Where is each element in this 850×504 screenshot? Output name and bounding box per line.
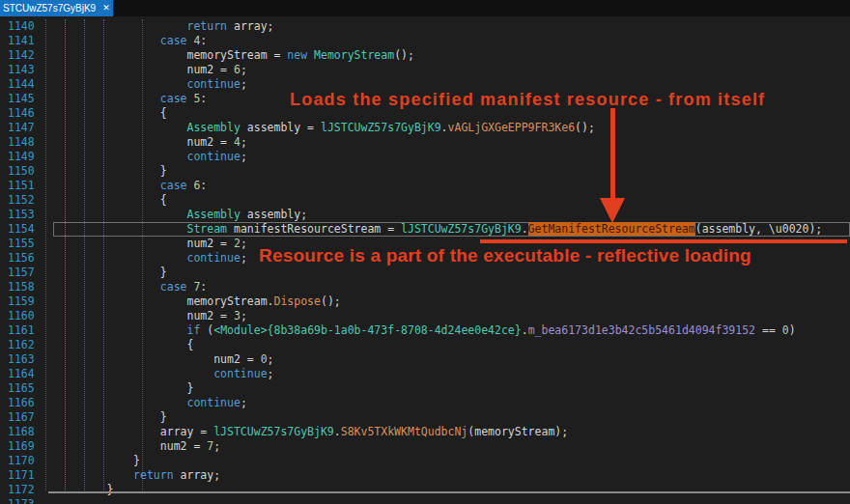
line-number: 1169 <box>0 439 53 454</box>
code-text: } <box>53 410 850 425</box>
code-line[interactable]: 1142 memoryStream = new MemoryStream(); <box>0 48 850 63</box>
code-text: case 6: <box>53 179 850 193</box>
code-text: } <box>53 266 850 280</box>
tab-close-icon[interactable]: ✕ <box>102 4 110 13</box>
code-text: Assembly assembly = lJSTCUwZ57s7GyBjK9.v… <box>53 121 850 135</box>
code-text: continue; <box>53 396 850 410</box>
code-line[interactable]: 1157 } <box>0 266 850 280</box>
line-number: 1164 <box>0 367 53 381</box>
tab-label: STCUwZ57s7GyBjK9 <box>3 3 96 14</box>
line-number: 1147 <box>0 121 53 135</box>
code-line[interactable]: 1165 } <box>0 381 850 396</box>
code-text: memoryStream.Dispose(); <box>53 294 850 309</box>
line-number: 1168 <box>0 425 53 439</box>
code-line[interactable]: 1160 num2 = 3; <box>0 309 850 323</box>
code-text: continue; <box>53 150 850 164</box>
code-text: } <box>53 483 850 497</box>
line-number: 1150 <box>0 164 53 179</box>
code-text: } <box>53 454 850 468</box>
code-line[interactable]: 1166 continue; <box>0 396 850 410</box>
code-text: num2 = 0; <box>53 352 850 367</box>
line-number: 1144 <box>0 77 53 92</box>
code-line[interactable]: 1162 { <box>0 338 850 352</box>
line-number: 1153 <box>0 208 53 222</box>
line-number: 1167 <box>0 410 53 425</box>
code-text: } <box>53 381 850 396</box>
code-line[interactable]: 1140 return array; <box>0 19 850 34</box>
line-number: 1156 <box>0 251 53 266</box>
code-text: { <box>53 193 850 208</box>
code-text: num2 = 3; <box>53 309 850 323</box>
line-number: 1170 <box>0 454 53 468</box>
annotation-note-reflective: Resource is a part of the executable - r… <box>259 245 751 266</box>
line-number: 1166 <box>0 396 53 410</box>
line-number: 1171 <box>0 468 53 483</box>
line-number: 1146 <box>0 106 53 121</box>
line-number: 1161 <box>0 323 53 338</box>
line-number: 1157 <box>0 266 53 280</box>
decompiler-window: STCUwZ57s7GyBjK9 ✕ 1140 return array;114… <box>0 0 850 504</box>
code-line[interactable]: 1173 <box>0 497 850 504</box>
tab-bar: STCUwZ57s7GyBjK9 ✕ <box>0 0 850 16</box>
line-number: 1158 <box>0 280 53 294</box>
annotation-underline <box>480 239 847 243</box>
code-line[interactable]: 1150 } <box>0 164 850 179</box>
line-number: 1141 <box>0 34 53 48</box>
code-text: Assembly assembly; <box>53 208 850 222</box>
code-line[interactable]: 1153 Assembly assembly; <box>0 208 850 222</box>
code-line[interactable]: 1163 num2 = 0; <box>0 352 850 367</box>
line-number: 1165 <box>0 381 53 396</box>
code-text: case 7: <box>53 280 850 294</box>
line-number: 1173 <box>0 497 53 504</box>
code-line[interactable]: 1148 num2 = 4; <box>0 135 850 150</box>
code-text: num2 = 7; <box>53 439 850 454</box>
line-number: 1159 <box>0 294 53 309</box>
code-line[interactable]: 1151 case 6: <box>0 179 850 193</box>
code-line[interactable]: 1172 } <box>0 483 850 497</box>
line-number: 1145 <box>0 92 53 106</box>
line-number: 1143 <box>0 63 53 77</box>
tab-active[interactable]: STCUwZ57s7GyBjK9 ✕ <box>0 0 113 16</box>
annotation-note-manifest: Loads the specified manifest resource - … <box>290 90 765 110</box>
code-text-selected: Stream manifestResourceStream = lJSTCUwZ… <box>53 222 850 237</box>
line-number: 1148 <box>0 135 53 150</box>
code-line[interactable]: 1171 return array; <box>0 468 850 483</box>
code-line[interactable]: 1167 } <box>0 410 850 425</box>
code-line[interactable]: 1152 { <box>0 193 850 208</box>
code-text: case 4: <box>53 34 850 48</box>
line-number: 1172 <box>0 483 53 497</box>
line-number: 1142 <box>0 48 53 63</box>
code-text: num2 = 4; <box>53 135 850 150</box>
annotation-arrowhead-icon <box>600 198 625 223</box>
code-line[interactable]: 1161 if (<Module>{8b38a69b-1a0b-473f-870… <box>0 323 850 338</box>
code-text: return array; <box>53 468 850 483</box>
line-number: 1162 <box>0 338 53 352</box>
annotation-arrow-icon <box>610 108 615 198</box>
code-line[interactable]: 1158 case 7: <box>0 280 850 294</box>
code-line[interactable]: 1169 num2 = 7; <box>0 439 850 454</box>
code-text: if (<Module>{8b38a69b-1a0b-473f-8708-4d2… <box>53 323 850 338</box>
code-text: { <box>53 338 850 352</box>
code-text <box>53 497 850 504</box>
code-line[interactable]: 1149 continue; <box>0 150 850 164</box>
code-line[interactable]: 1159 memoryStream.Dispose(); <box>0 294 850 309</box>
code-line[interactable]: 1168 array = lJSTCUwZ57s7GyBjK9.S8Kv5TXk… <box>0 425 850 439</box>
code-line[interactable]: 1170 } <box>0 454 850 468</box>
line-number: 1163 <box>0 352 53 367</box>
code-text: } <box>53 164 850 179</box>
code-text: num2 = 6; <box>53 63 850 77</box>
code-text: return array; <box>53 19 850 34</box>
code-text: continue; <box>53 367 850 381</box>
line-number: 1154 <box>0 222 53 237</box>
code-line[interactable]: 1141 case 4: <box>0 34 850 48</box>
line-number: 1140 <box>0 19 53 34</box>
code-line[interactable]: 1147 Assembly assembly = lJSTCUwZ57s7GyB… <box>0 121 850 135</box>
code-line[interactable]: 1154 Stream manifestResourceStream = lJS… <box>0 222 850 237</box>
line-number: 1151 <box>0 179 53 193</box>
code-text: memoryStream = new MemoryStream(); <box>53 48 850 63</box>
horizontal-scrollbar[interactable] <box>48 491 850 493</box>
code-line[interactable]: 1164 continue; <box>0 367 850 381</box>
code-line[interactable]: 1143 num2 = 6; <box>0 63 850 77</box>
code-text: array = lJSTCUwZ57s7GyBjK9.S8Kv5TXkWKMtQ… <box>53 425 850 439</box>
line-number: 1149 <box>0 150 53 164</box>
